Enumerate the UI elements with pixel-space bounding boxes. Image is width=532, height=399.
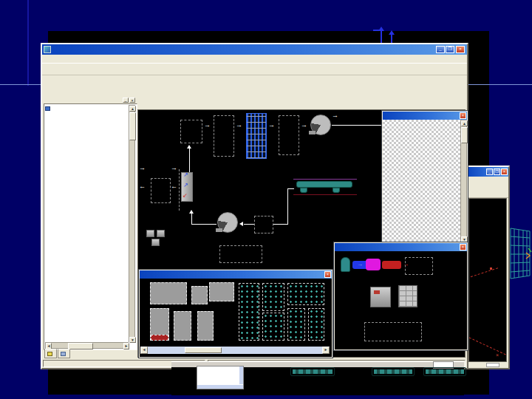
system-meter-icon[interactable] xyxy=(146,230,154,237)
pane-minimize-icon[interactable]: _ xyxy=(123,98,129,103)
left-arrowhead xyxy=(239,222,243,226)
economizer-return-line-v xyxy=(191,214,192,224)
component-tree-icon xyxy=(61,352,66,356)
close-button[interactable]: × xyxy=(460,112,466,119)
close-button[interactable]: × xyxy=(460,244,466,250)
zone-features-titlebar[interactable]: × xyxy=(335,243,467,251)
hot-duct-icon xyxy=(382,261,401,269)
close-button[interactable]: × xyxy=(324,271,331,278)
floorplan-zone-hatched[interactable] xyxy=(287,308,305,341)
project-tree-panel: ▲ ▼ ◄ ► xyxy=(44,103,137,350)
tree-vscrollbar[interactable]: ▲ ▼ xyxy=(129,105,135,342)
background-window-titlebar[interactable]: _ ❐ × xyxy=(467,167,508,177)
floorplan-zone-hatched[interactable] xyxy=(287,283,324,305)
content-tab-bar xyxy=(137,99,466,109)
close-button[interactable]: × xyxy=(456,46,465,53)
economizer-return-line-h xyxy=(191,224,216,225)
flow-arrow: → xyxy=(236,122,242,129)
diffuser-icon xyxy=(341,257,350,272)
zone-assignments-window: × ▲ ▼ xyxy=(382,111,468,244)
zone-locations-body: ◄ ► xyxy=(140,279,332,356)
flow-arrow: → xyxy=(204,122,211,129)
pane-close-icon[interactable]: × xyxy=(129,98,135,103)
tree-tab-bar xyxy=(44,349,137,358)
floorplan-zone[interactable] xyxy=(174,311,191,341)
floorplan-zone[interactable] xyxy=(150,282,187,304)
intake-arrow-icon: ↗ xyxy=(183,182,188,188)
economizer-graphic[interactable]: ↗ ↗ ↙ xyxy=(181,172,193,202)
scroll-down-arrow[interactable]: ▼ xyxy=(461,236,468,242)
heat-recovery-box[interactable] xyxy=(151,178,171,203)
dashed-guide-line xyxy=(468,335,507,358)
zl-hscrollbar[interactable]: ◄ ► xyxy=(140,347,330,354)
status-field xyxy=(486,363,499,367)
vertex-marker: × xyxy=(496,352,499,358)
scroll-down-arrow[interactable]: ▼ xyxy=(129,337,136,343)
slide-accent-vline xyxy=(27,0,29,86)
zone-assignments-titlebar[interactable]: × xyxy=(383,112,467,120)
zone-terminal-graphic xyxy=(423,367,466,376)
thermostat-icon[interactable] xyxy=(370,287,391,307)
wireframe-box-graphic xyxy=(508,226,532,281)
scroll-up-arrow[interactable]: ▲ xyxy=(129,106,136,112)
za-vscrollbar[interactable]: ▲ ▼ xyxy=(460,120,467,243)
floorplan-zone-hatched[interactable] xyxy=(308,308,324,341)
scroll-thumb[interactable] xyxy=(129,112,136,140)
list-hscrollbar[interactable] xyxy=(197,385,243,389)
tab-actions[interactable] xyxy=(44,349,57,358)
meters-icon[interactable] xyxy=(398,285,417,307)
app-icon xyxy=(44,46,51,53)
list-vscrollbar[interactable] xyxy=(239,366,243,384)
exhaust-box[interactable] xyxy=(405,257,433,275)
vav-terminal[interactable] xyxy=(332,188,340,193)
floorplan-zone-hatched[interactable] xyxy=(239,283,259,341)
scroll-right-arrow[interactable]: ► xyxy=(322,347,330,354)
menu-bar xyxy=(42,55,467,63)
zone-baseboards-box[interactable] xyxy=(364,322,422,341)
tab-component-tree[interactable] xyxy=(58,349,70,358)
restore-button[interactable]: ❐ xyxy=(446,46,454,53)
restore-button[interactable]: ❐ xyxy=(494,168,500,175)
floorplan-zone[interactable] xyxy=(209,282,234,301)
scroll-left-arrow[interactable]: ◄ xyxy=(140,347,148,354)
zone-locations-titlebar[interactable]: × xyxy=(140,270,332,279)
tree-hscrollbar[interactable]: ◄ ► xyxy=(45,342,129,349)
main-titlebar[interactable]: _ ❐ × xyxy=(42,44,467,55)
return-duct-line-v xyxy=(287,188,288,224)
exhaust-air-arrow: ← xyxy=(171,183,177,190)
dashed-guide-line xyxy=(468,267,498,279)
core-zone-listbox[interactable] xyxy=(197,366,244,389)
scroll-thumb[interactable] xyxy=(185,347,222,353)
chilled-water-coil-graphic[interactable] xyxy=(246,113,267,159)
supply-fan-graphic[interactable] xyxy=(310,115,331,135)
background-drawing-window: _ ❐ × × xyxy=(466,166,510,369)
background-window-toolbar xyxy=(467,177,508,198)
actions-icon xyxy=(47,352,52,356)
zone-locations-window: × ◄ ► xyxy=(139,270,332,358)
close-button[interactable]: × xyxy=(501,168,508,175)
floorplan-zone-hatched[interactable] xyxy=(262,283,284,311)
floorplan-zone[interactable] xyxy=(191,286,208,304)
minimize-button[interactable]: _ xyxy=(436,46,445,53)
flow-arrow: → xyxy=(268,122,275,129)
system-meter-icon[interactable] xyxy=(157,230,165,237)
floorplan-zone-hatched[interactable] xyxy=(262,313,284,341)
vav-terminal[interactable] xyxy=(300,188,307,193)
no-heat-box[interactable] xyxy=(214,115,234,157)
system-meter-icon[interactable] xyxy=(151,239,160,246)
tree-root-item[interactable] xyxy=(45,105,129,112)
minimize-button[interactable]: _ xyxy=(486,168,493,175)
floorplan-zone[interactable] xyxy=(197,311,214,341)
scroll-thumb[interactable] xyxy=(461,127,468,143)
project-pane-header: _ × xyxy=(44,97,136,103)
return-fan-graphic[interactable] xyxy=(217,212,238,233)
scroll-up-arrow[interactable]: ▲ xyxy=(461,120,468,126)
selected-zone-highlight[interactable] xyxy=(151,335,168,341)
humidistat-box[interactable] xyxy=(254,216,273,233)
heat-coil-box[interactable] xyxy=(279,115,299,155)
return-duct-line-h xyxy=(273,224,288,225)
return-duct-graphic xyxy=(293,178,357,196)
system-baseboards-box[interactable] xyxy=(219,245,262,263)
flow-arrow: → xyxy=(301,122,307,129)
evap-desic-box[interactable] xyxy=(180,120,202,143)
